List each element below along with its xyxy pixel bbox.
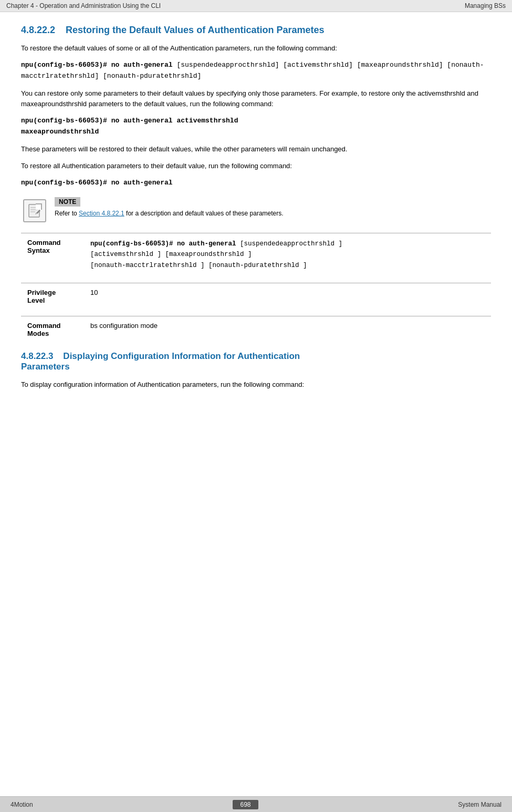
header-right: Managing BSs (465, 2, 506, 9)
command-2: npu(config-bs-66053)# no auth-general ac… (21, 116, 491, 138)
header-left: Chapter 4 - Operation and Administration… (6, 2, 161, 9)
command-3-bold: npu(config-bs-66053)# no auth-general (21, 179, 173, 187)
privilege-level-value: 10 (84, 283, 491, 310)
footer-right: System Manual (458, 801, 501, 808)
note-icon (23, 199, 46, 222)
note-box: NOTE Refer to Section 4.8.22.1 for a des… (21, 197, 491, 224)
main-content: 4.8.22.2 Restoring the Default Values of… (0, 12, 512, 438)
section-4822-para3: These parameters will be restored to the… (21, 144, 491, 155)
command-modes-row: CommandModes bs configuration mode (21, 316, 491, 343)
footer-page: 698 (233, 800, 258, 809)
command-modes-label: CommandModes (21, 316, 84, 343)
command-2-bold: npu(config-bs-66053)# no auth-general ac… (21, 117, 238, 136)
spacer-row-1 (21, 276, 491, 283)
note-content: NOTE Refer to Section 4.8.22.1 for a des… (55, 197, 491, 218)
pencil-paper-icon (28, 203, 41, 218)
command-modes-value: bs configuration mode (84, 316, 491, 343)
note-icon-container (21, 197, 48, 224)
section-4823-number: 4.8.22.3 (21, 351, 53, 361)
footer-bar: 4Motion 698 System Manual (0, 796, 512, 812)
syntax-bold: npu(config-bs-66053)# no auth-general (90, 240, 236, 248)
note-link[interactable]: Section 4.8.22.1 (79, 210, 124, 217)
section-4822-para2: You can restore only some parameters to … (21, 88, 491, 109)
section-4822-para4: To restore all Authentication parameters… (21, 161, 491, 171)
command-syntax-label: CommandSyntax (21, 233, 84, 276)
syntax-code: npu(config-bs-66053)# no auth-general [s… (90, 239, 485, 271)
section-4822-para1: To restore the default values of some or… (21, 43, 491, 54)
header-bar: Chapter 4 - Operation and Administration… (0, 0, 512, 12)
section-4823-title: Displaying Configuration Information for… (21, 351, 300, 372)
privilege-level-label: PrivilegeLevel (21, 283, 84, 310)
note-text-before: Refer to (55, 210, 79, 217)
section-4823-heading: 4.8.22.3 Displaying Configuration Inform… (21, 351, 491, 372)
command-syntax-row: CommandSyntax npu(config-bs-66053)# no a… (21, 233, 491, 276)
param-table: CommandSyntax npu(config-bs-66053)# no a… (21, 233, 491, 343)
section-4822-number: 4.8.22.2 (21, 25, 55, 35)
privilege-level-row: PrivilegeLevel 10 (21, 283, 491, 310)
command-3: npu(config-bs-66053)# no auth-general (21, 178, 491, 189)
note-text-after: for a description and default values of … (124, 210, 284, 217)
spacer-row-2 (21, 310, 491, 316)
note-label: NOTE (55, 197, 80, 207)
section-4823-para1: To display configuration information of … (21, 379, 491, 390)
section-4822-title: Restoring the Default Values of Authenti… (66, 25, 324, 35)
command-syntax-value: npu(config-bs-66053)# no auth-general [s… (84, 233, 491, 276)
command-1-bold: npu(config-bs-66053)# no auth-general (21, 61, 173, 69)
footer-left: 4Motion (11, 801, 33, 808)
svg-rect-0 (29, 204, 39, 217)
note-text: Refer to Section 4.8.22.1 for a descript… (55, 209, 491, 218)
section-4822-heading: 4.8.22.2 Restoring the Default Values of… (21, 25, 491, 36)
command-1: npu(config-bs-66053)# no auth-general [s… (21, 60, 491, 82)
